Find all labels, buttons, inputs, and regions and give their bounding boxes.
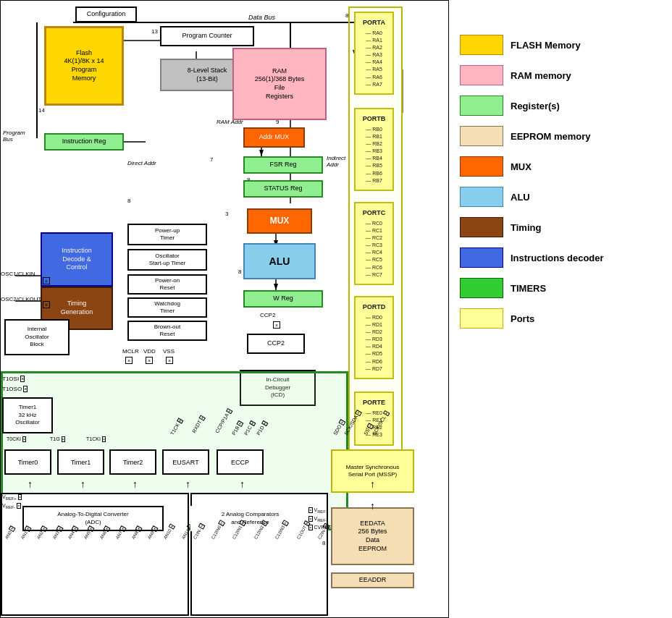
portc-block: PORTC — RC0 — RC1 — RC2 — RC3 — RC4 — RC… bbox=[354, 202, 394, 285]
t1ck-label: T1CK × bbox=[169, 418, 183, 436]
vdd-x: × bbox=[146, 357, 153, 364]
legend-eeprom: EEPROM memory bbox=[460, 126, 661, 146]
porta-pin-ra6: — RA6 bbox=[366, 74, 382, 80]
legend-flash: FLASH Memory bbox=[460, 35, 661, 55]
label-14: 14 bbox=[38, 107, 45, 114]
instruction-reg-label: Instruction Reg bbox=[62, 137, 106, 146]
portc-pin-rc6: — RC6 bbox=[366, 264, 382, 271]
legend-registers-label: Register(s) bbox=[511, 101, 560, 111]
diagram-area: Configuration Flash 4K(1)/8K x 14 Progra… bbox=[0, 0, 449, 618]
legend-ports: Ports bbox=[460, 308, 661, 329]
eusart-label: EUSART bbox=[172, 459, 198, 466]
legend-eeprom-box bbox=[460, 126, 503, 146]
config-block: Configuration bbox=[75, 7, 137, 22]
portb-label: PORTB bbox=[363, 115, 386, 124]
legend-timers-box bbox=[460, 278, 503, 298]
timer1-label: Timer1 bbox=[71, 459, 91, 466]
power-up-timer-label: Power-up Timer bbox=[155, 227, 180, 242]
main-container: Configuration Flash 4K(1)/8K x 14 Progra… bbox=[0, 0, 672, 618]
power-on-reset-label: Power-on Reset bbox=[155, 277, 180, 292]
brownout-reset-block: Brown-out Reset bbox=[127, 321, 207, 341]
portd-pin-rd7: — RD7 bbox=[366, 365, 382, 372]
fsr-reg-block: FSR Reg bbox=[243, 156, 323, 174]
porta-pin-ra7: — RA7 bbox=[366, 81, 382, 88]
portb-pin-rb4: — RB4 bbox=[366, 155, 382, 161]
data-bus-label: Data Bus bbox=[248, 14, 275, 21]
mclr-x: × bbox=[125, 357, 133, 364]
direct-addr-label: Direct Addr bbox=[127, 160, 156, 166]
an-pins-container: AN0 × AN1 × AN2 × AN3 × AN4 × AN5 × AN6 … bbox=[4, 538, 215, 563]
icd-label: In-Circuit Debugger (ICD) bbox=[265, 376, 290, 399]
eccp-label: ECCP bbox=[231, 459, 249, 466]
p1d-label: P1D × bbox=[256, 420, 268, 436]
timer1-osc-block: Timer1 32 kHz Oscillator bbox=[2, 397, 53, 433]
osc1-x: × bbox=[43, 277, 50, 284]
portc-pins-container: — RC0 — RC1 — RC2 — RC3 — RC4 — RC5 — RC… bbox=[356, 220, 392, 278]
flash-block: Flash 4K(1)/8K x 14 Program Memory bbox=[44, 26, 124, 106]
portd-pin-rd5: — RD5 bbox=[366, 350, 382, 357]
addr-mux-label: Addr MUX bbox=[259, 133, 290, 142]
legend-timers-label: TIMERS bbox=[511, 283, 546, 294]
legend-spacer bbox=[460, 7, 661, 29]
label-3: 3 bbox=[225, 211, 228, 217]
legend-mux-label: MUX bbox=[511, 161, 532, 172]
icd-block: In-Circuit Debugger (ICD) bbox=[240, 370, 316, 406]
legend-ports-label: Ports bbox=[511, 313, 534, 324]
portd-pin-rd1: — RD1 bbox=[366, 321, 382, 328]
porta-pin-ra0: — RA0 bbox=[366, 30, 382, 36]
legend-flash-label: FLASH Memory bbox=[511, 40, 581, 51]
timer2-arrow-up: ↑ bbox=[133, 478, 138, 490]
portb-pin-rb2: — RB2 bbox=[366, 140, 382, 147]
ccp-p1a-label: CCP/P1A × bbox=[214, 408, 232, 434]
eusart-block: EUSART bbox=[162, 449, 209, 475]
eeaddr-block: EEADDR bbox=[331, 572, 414, 588]
legend-instruction-dec: Instructions decoder bbox=[460, 247, 661, 268]
legend-instruction-dec-box bbox=[460, 247, 503, 268]
porta-label: PORTA bbox=[363, 19, 385, 27]
brownout-reset-label: Brown-out Reset bbox=[154, 323, 180, 339]
legend-mux: MUX bbox=[460, 156, 661, 177]
portb-pin-rb0: — RB0 bbox=[366, 126, 382, 132]
legend-alu-label: ALU bbox=[511, 192, 530, 203]
vref-out-minus: × VREF- bbox=[308, 516, 327, 522]
portb-pin-rb6: — RB6 bbox=[366, 170, 382, 177]
legend-eeprom-label: EEPROM memory bbox=[511, 131, 591, 142]
program-counter-label: Program Counter bbox=[182, 32, 232, 41]
porta-block: PORTA — RA0 — RA1 — RA2 — RA3 — RA4 — RA… bbox=[354, 12, 394, 95]
portc-pin-rc1: — RC1 bbox=[366, 227, 382, 234]
legend-ram-box bbox=[460, 65, 503, 85]
t1g-label: T1G × bbox=[50, 436, 65, 441]
flash-label: Flash 4K(1)/8K x 14 Program Memory bbox=[64, 49, 104, 83]
portd-block: PORTD — RD0 — RD1 — RD2 — RD3 — RD4 — RD… bbox=[354, 296, 394, 379]
portc-pin-rc3: — RC3 bbox=[366, 242, 382, 248]
portd-pin-rd4: — RD4 bbox=[366, 343, 382, 350]
vdd-label: VDD bbox=[143, 348, 156, 355]
timer0-block: Timer0 bbox=[4, 449, 51, 475]
eusart-arrow-up: ↑ bbox=[185, 478, 190, 490]
porta-pin-ra5: — RA5 bbox=[366, 66, 382, 72]
eeaddr-label: EEADDR bbox=[359, 576, 387, 585]
ram-block: RAM 256(1)/368 Bytes File Registers bbox=[232, 48, 327, 120]
portb-pin-rb7: — RB7 bbox=[366, 177, 382, 184]
label-13: 13 bbox=[151, 28, 158, 35]
ccp2-label: CCP2 bbox=[260, 312, 275, 318]
legend-ram-label: RAM memory bbox=[511, 70, 571, 81]
porte-block: PORTE — RE0 — RE1 — RE2 — RE3 bbox=[354, 391, 394, 446]
timing-gen-label: Timing Generation bbox=[61, 300, 93, 316]
program-counter-block: Program Counter bbox=[160, 26, 254, 46]
label-8-data: 8 bbox=[345, 12, 348, 19]
legend-ram: RAM memory bbox=[460, 65, 661, 85]
vref-plus-adc: VREF+ × bbox=[2, 494, 22, 501]
portb-pin-rb3: — RB3 bbox=[366, 148, 382, 154]
legend-area: FLASH Memory RAM memory Register(s) EEPR… bbox=[449, 0, 672, 618]
timer1-block: Timer1 bbox=[57, 449, 104, 475]
t0cki-label: T0CKI × bbox=[7, 436, 26, 441]
osc-startup-label: Oscillator Start-up Timer bbox=[149, 253, 186, 268]
eedata-block: EEDATA 256 Bytes Data EEPROM bbox=[331, 507, 414, 565]
label-7: 7 bbox=[210, 156, 213, 163]
t1cki-label: T1CKI × bbox=[86, 436, 106, 441]
legend-instruction-dec-label: Instructions decoder bbox=[511, 253, 604, 263]
portb-pin-rb5: — RB5 bbox=[366, 162, 382, 169]
label-8-left: 8 bbox=[127, 198, 130, 204]
program-bus-label: ProgramBus bbox=[3, 130, 25, 143]
